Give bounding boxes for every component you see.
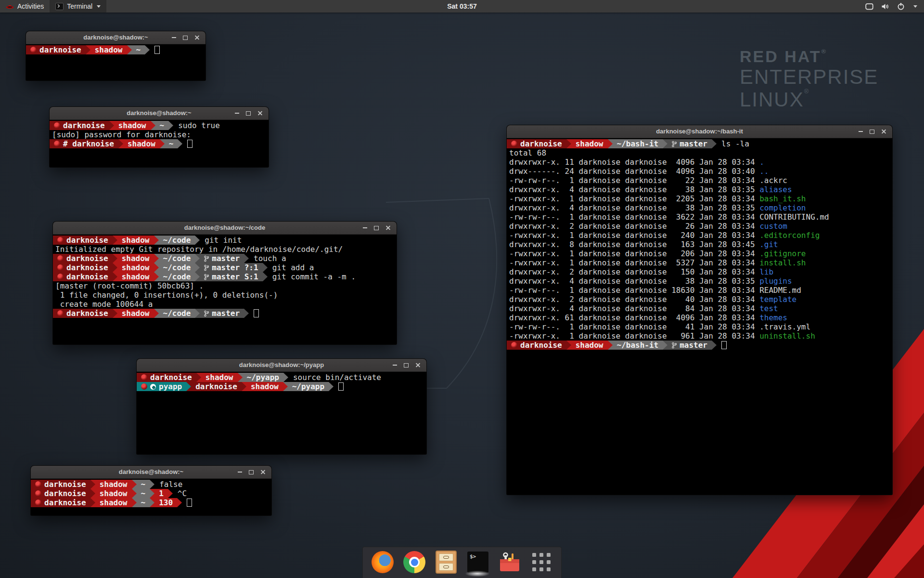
activities-button[interactable]: Activities <box>0 0 50 13</box>
minimize-button[interactable] <box>359 222 371 234</box>
command-text: touch a <box>254 254 286 263</box>
minimize-button[interactable] <box>389 359 400 371</box>
titlebar[interactable]: darknoise@shadow:~/bash-it <box>507 125 892 138</box>
dock-item-firefox[interactable] <box>372 551 394 573</box>
prompt-segment: 130 <box>154 498 177 507</box>
powerline-separator <box>663 139 667 148</box>
prompt-segment: pyapp <box>137 382 186 391</box>
file-name: .. <box>759 167 769 176</box>
close-button[interactable] <box>878 125 889 138</box>
prompt-segment-text: ~/code <box>163 263 191 272</box>
terminal-content[interactable]: darknoiseshadow~falsedarknoiseshadow~1^C… <box>31 479 271 507</box>
titlebar[interactable]: darknoise@shadow:~/code <box>53 222 397 235</box>
clock[interactable]: Sat 03:57 <box>0 2 924 10</box>
terminal-content[interactable]: darknoiseshadow~sudo true[sudo] password… <box>50 120 269 148</box>
powerline-separator <box>195 263 200 272</box>
prompt-segment-text: shadow <box>122 236 150 245</box>
minimize-button[interactable] <box>855 125 866 138</box>
minimize-button[interactable] <box>168 31 180 44</box>
file-list-row: drwxrwxr-x. 11 darknoise darknoise 4096 … <box>507 158 892 167</box>
display-icon[interactable] <box>865 3 873 10</box>
terminal-content[interactable]: darknoiseshadow~/bash-itmasterls -latota… <box>507 138 892 350</box>
power-icon[interactable] <box>897 2 905 10</box>
brand-line-redhat: RED HAT <box>740 47 821 66</box>
prompt-segment-text: shadow <box>100 480 128 489</box>
prompt-segment-text: darknoise <box>63 121 105 130</box>
close-button[interactable] <box>382 222 394 234</box>
dock-item-terminal[interactable]: $> <box>467 551 489 573</box>
file-name: themes <box>759 313 787 322</box>
close-button[interactable] <box>254 107 266 119</box>
file-list-row: drwxrwxr-x. 2 darknoise darknoise 150 Ja… <box>507 267 892 276</box>
minimize-button[interactable] <box>234 466 245 478</box>
file-list-row: -rwxrwxr-x. 1 darknoise darknoise 206 Ja… <box>507 249 892 258</box>
maximize-button[interactable] <box>180 31 191 44</box>
terminal-content[interactable]: darknoiseshadow~/codegit initInitialized… <box>53 235 397 318</box>
redhat-prompt-icon <box>35 490 41 497</box>
maximize-button[interactable] <box>245 466 257 478</box>
maximize-button[interactable] <box>243 107 254 119</box>
powerline-separator <box>178 139 182 148</box>
prompt-segment: master <box>667 341 712 350</box>
file-list-row: -rw-rw-r--. 1 darknoise darknoise 22 Jan… <box>507 176 892 185</box>
titlebar[interactable]: darknoise@shadow:~ <box>50 107 269 120</box>
powerline-separator <box>150 498 154 507</box>
terminal-content[interactable]: darknoiseshadow~/pyappsource bin/activat… <box>137 372 426 391</box>
titlebar[interactable]: darknoise@shadow:~/pyapp <box>137 359 426 372</box>
terminal-window-bashit[interactable]: darknoise@shadow:~/bash-it darknoiseshad… <box>507 125 892 495</box>
terminal-line: darknoiseshadow~/codemaster ?:1git add a <box>53 263 397 272</box>
git-branch-icon <box>204 255 209 262</box>
maximize-button[interactable] <box>371 222 382 234</box>
maximize-button[interactable] <box>866 125 878 138</box>
powerline-separator <box>154 263 159 272</box>
redhat-prompt-icon <box>30 47 37 53</box>
dock-item-chrome[interactable] <box>403 551 425 573</box>
prompt-segment: ~ <box>132 45 145 54</box>
dock-item-files[interactable] <box>435 551 457 573</box>
chevron-down-icon <box>97 5 101 8</box>
terminal-content[interactable]: darknoiseshadow~ <box>26 44 205 54</box>
volume-icon[interactable] <box>881 3 889 10</box>
prompt-segment: master S:1 <box>200 272 262 281</box>
terminal-output-line: total 68 <box>507 148 892 158</box>
prompt-segment: shadow <box>117 263 154 272</box>
terminal-line: darknoiseshadow~false <box>31 480 271 489</box>
prompt-segment-text: master ?:1 <box>212 263 258 272</box>
prompt-segment: darknoise <box>507 139 566 148</box>
redhat-prompt-icon <box>57 264 64 271</box>
prompt-segment-text: ~/pyapp <box>247 373 279 382</box>
powerline-separator <box>242 382 246 391</box>
powerline-separator <box>118 139 123 148</box>
terminal-window-pyapp[interactable]: darknoise@shadow:~/pyapp darknoiseshadow… <box>137 359 426 454</box>
prompt-segment: darknoise <box>26 45 86 54</box>
chevron-down-icon[interactable] <box>913 5 917 8</box>
command-text: source bin/activate <box>293 373 381 382</box>
maximize-button[interactable] <box>400 359 412 371</box>
powerline-separator <box>283 382 288 391</box>
terminal-window-home-1[interactable]: darknoise@shadow:~ darknoiseshadow~ <box>26 31 205 80</box>
window-title: darknoise@shadow:~/code <box>53 222 397 234</box>
file-list-row: drwx------. 24 darknoise darknoise 4096 … <box>507 167 892 176</box>
dock-item-toolbox[interactable] <box>499 551 521 573</box>
powerline-separator <box>195 254 200 263</box>
redhat-logo-icon <box>6 3 14 10</box>
prompt-segment-text: shadow <box>122 309 150 318</box>
app-menu-terminal[interactable]: Terminal <box>50 0 106 13</box>
terminal-window-home-2[interactable]: darknoise@shadow:~ darknoiseshadow~false… <box>31 466 271 515</box>
prompt-segment: shadow <box>95 480 132 489</box>
terminal-window-sudo[interactable]: darknoise@shadow:~ darknoiseshadow~sudo … <box>50 107 269 167</box>
titlebar[interactable]: darknoise@shadow:~ <box>31 466 271 479</box>
prompt-segment: ~ <box>137 489 150 498</box>
minimize-button[interactable] <box>231 107 243 119</box>
dock-item-app-grid[interactable] <box>530 551 552 573</box>
prompt-segment: shadow <box>90 45 127 54</box>
close-button[interactable] <box>412 359 424 371</box>
prompt-segment-text: shadow <box>118 121 146 130</box>
prompt-segment: ~ <box>137 498 150 507</box>
terminal-window-code[interactable]: darknoise@shadow:~/code darknoiseshadow~… <box>53 222 397 344</box>
close-button[interactable] <box>257 466 269 478</box>
titlebar[interactable]: darknoise@shadow:~ <box>26 31 205 44</box>
command-text: ^C <box>178 489 187 498</box>
redhat-prompt-icon <box>511 342 517 348</box>
close-button[interactable] <box>191 31 203 44</box>
